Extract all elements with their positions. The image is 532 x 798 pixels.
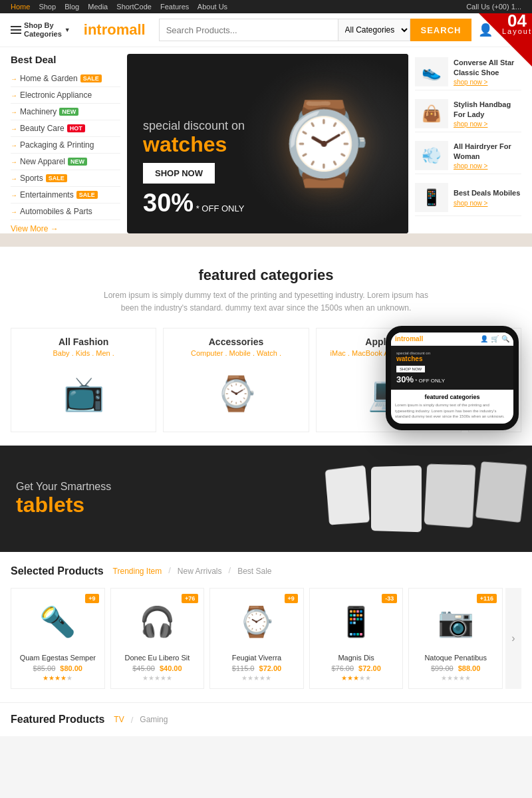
next-arrow[interactable]: › <box>505 588 521 689</box>
product-name: Donec Eu Libero Sit <box>118 654 198 662</box>
selected-products-tab-trending-item[interactable]: Trending Item <box>113 565 162 577</box>
best-deal-item[interactable]: →EntertainmentsSALE <box>11 187 120 203</box>
new-price: $88.00 <box>458 664 481 672</box>
side-product-link[interactable]: shop now > <box>454 200 520 207</box>
side-products: 👟Converse All Star Classic Shoeshop now … <box>415 54 521 233</box>
product-card[interactable]: +9 🔦 Quam Egestas Semper $85.00 $80.00 ★… <box>11 588 105 689</box>
product-price: $45.00 $40.00 <box>118 664 198 672</box>
featured-products-title: Featured Products <box>11 714 104 726</box>
product-card[interactable]: +76 🎧 Donec Eu Libero Sit $45.00 $40.00 … <box>110 588 205 689</box>
discount-badge: +76 <box>182 594 198 603</box>
best-deal-item[interactable]: →Electronic Appliance <box>11 87 120 104</box>
top-nav: Home Shop Blog Media ShortCode Features … <box>11 3 234 11</box>
category-name: All Fashion <box>19 336 148 347</box>
old-price: $45.00 <box>132 664 155 672</box>
item-label: Machinery <box>20 107 57 116</box>
side-product-link[interactable]: shop now > <box>454 162 521 170</box>
item-label: Beauty Care <box>20 124 65 133</box>
hero-background: ⌚ <box>239 54 408 233</box>
shop-by-button[interactable]: Shop ByCategories ▼ <box>11 21 70 39</box>
product-card[interactable]: +9 ⌚ Feugiat Viverra $115.0 $72.00 ★★★★★ <box>209 588 304 689</box>
side-product-image: 📱 <box>415 183 448 212</box>
layout-badge: 04 Layout <box>472 13 532 73</box>
discount-badge: +116 <box>477 594 497 603</box>
item-label: Home & Garden <box>20 74 78 83</box>
side-product-name: Stylish Handbag For Lady <box>454 100 521 119</box>
product-stars: ★★★★★ <box>217 674 297 682</box>
shop-now-button[interactable]: SHOP NOW <box>143 163 215 184</box>
top-bar: Home Shop Blog Media ShortCode Features … <box>0 0 532 13</box>
view-more-link[interactable]: View More → <box>11 224 120 233</box>
best-deal-item[interactable]: →Beauty CareHOT <box>11 120 120 137</box>
hero-text: special discount on watches SHOP NOW 30%… <box>143 119 245 217</box>
empty-star: ★ <box>459 674 465 682</box>
category-sub: Baby . Kids . Men . <box>19 349 148 357</box>
search-input[interactable] <box>159 19 338 41</box>
hamburger-icon <box>11 26 21 34</box>
featured-products-footer: Featured Products TV/Gaming <box>0 702 532 736</box>
category-card[interactable]: All FashionBaby . Kids . Men .📺 <box>11 328 156 432</box>
nav-about[interactable]: About Us <box>198 3 227 11</box>
best-deal-item[interactable]: →SportsSALE <box>11 170 120 187</box>
search-button[interactable]: SEARCH <box>410 19 472 41</box>
arrow-icon: → <box>11 125 17 132</box>
side-product-link[interactable]: shop now > <box>454 78 521 86</box>
hero-line2: watches <box>143 133 245 156</box>
logo: intromall <box>84 21 146 39</box>
hero-discount: 30% * OFF ONLY <box>143 189 245 217</box>
section-divider <box>0 233 532 247</box>
product-card[interactable]: -33 📱 Magnis Dis $76.00 $72.00 ★★★★★ <box>309 588 404 689</box>
selected-products-section: Selected Products Trending Item/New Arri… <box>0 552 532 702</box>
empty-star: ★ <box>66 674 72 682</box>
nav-shop[interactable]: Shop <box>39 3 56 11</box>
item-label: Electronic Appliance <box>20 90 92 100</box>
product-card[interactable]: +116 📷 Natoque Penatibus $99.00 $88.00 ★… <box>408 588 503 689</box>
phone-discount: 30% * OFF ONLY <box>396 374 508 384</box>
best-deal-item[interactable]: →Automobiles & Parts <box>11 203 120 220</box>
featured-categories-title: featured categories <box>11 267 521 284</box>
arrow-icon: → <box>11 158 17 166</box>
chevron-down-icon: ▼ <box>65 27 70 33</box>
side-product-item: 📱Best Deals Mobilesshop now > <box>415 180 521 216</box>
best-deal-item[interactable]: →Home & GardenSALE <box>11 70 120 87</box>
nav-home[interactable]: Home <box>11 3 30 11</box>
empty-star: ★ <box>359 674 365 682</box>
mobile-phone-preview: intromall 👤 🛒 🔍 special discount on watc… <box>386 326 519 430</box>
fp-tab-separator: / <box>131 715 134 725</box>
discount-suffix: * OFF ONLY <box>196 203 245 213</box>
product-image: 📱 <box>317 595 396 648</box>
layout-text: Layout <box>502 28 532 35</box>
nav-media[interactable]: Media <box>88 3 108 11</box>
category-image: ⌚ <box>172 364 300 424</box>
featured-tab-gaming[interactable]: Gaming <box>140 715 168 725</box>
category-image: 📺 <box>19 364 148 424</box>
phone-cart-icon: 🛒 <box>491 335 499 342</box>
nav-blog[interactable]: Blog <box>65 3 79 11</box>
side-product-item: 👜Stylish Handbag For Ladyshop now > <box>415 96 521 132</box>
product-image: ⌚ <box>217 595 297 648</box>
mobile-tablets-area: intromall 👤 🛒 🔍 special discount on watc… <box>0 446 532 552</box>
best-deal-sidebar: Best Deal →Home & GardenSALE→Electronic … <box>11 54 120 233</box>
empty-star: ★ <box>265 674 271 682</box>
nav-features[interactable]: Features <box>160 3 189 11</box>
arrow-icon: → <box>11 142 17 149</box>
nav-shortcode[interactable]: ShortCode <box>116 3 152 11</box>
best-deal-item[interactable]: →Packaging & Printing <box>11 137 120 154</box>
product-stars: ★★★★★ <box>416 674 495 682</box>
category-select[interactable]: All Categories <box>338 19 410 41</box>
empty-star: ★ <box>160 674 166 682</box>
category-card[interactable]: AccessoriesComputer . Mobile . Watch .⌚ <box>163 328 309 432</box>
featured-tab-tv[interactable]: TV <box>114 715 124 725</box>
side-product-item: 💨All Hairdryer For Womanshop now > <box>415 138 521 174</box>
best-deal-item[interactable]: →MachineryNEW <box>11 104 120 120</box>
side-product-info: Stylish Handbag For Ladyshop now > <box>454 100 521 128</box>
phone-feat-desc: Lorem ipsum is simply dummy text of the … <box>395 402 509 419</box>
product-stars: ★★★★★ <box>18 674 98 682</box>
best-deal-item[interactable]: →New ApparelNEW <box>11 154 120 170</box>
selected-products-tab-best-sale[interactable]: Best Sale <box>237 565 271 577</box>
selected-products-tab-new-arrivals[interactable]: New Arrivals <box>178 565 222 577</box>
featured-categories-desc: Lorem ipsum is simply dummy text of the … <box>100 289 432 315</box>
side-product-link[interactable]: shop now > <box>454 120 521 128</box>
arrow-icon: → <box>11 192 17 199</box>
phone-user-icon: 👤 <box>480 335 488 342</box>
